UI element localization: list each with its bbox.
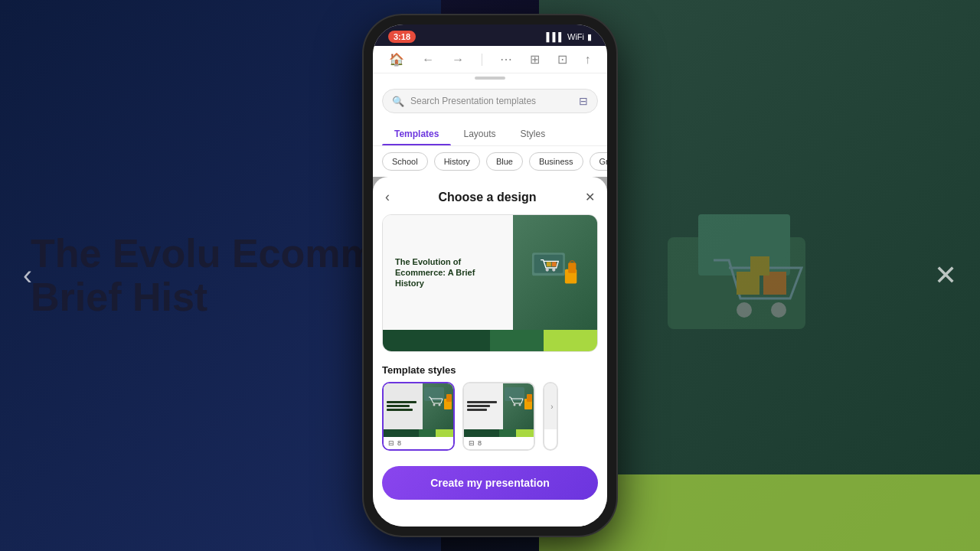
thumb-img-1 [384,383,453,429]
preview-right [513,215,597,330]
thumb-img-left-1 [384,383,423,429]
create-presentation-button[interactable]: Create my presentation [382,466,598,500]
thumb-color-bar-2 [464,429,534,437]
preview-slide-title: The Evolution of Ecommerce: A Brief Hist… [395,256,501,289]
thumb-text-3 [387,409,413,411]
thumb-text-1 [387,401,416,403]
status-time: 3:18 [388,31,416,43]
thumb-color-mid [419,429,436,437]
modal-header: ‹ Choose a design ✕ [373,177,607,214]
tabs-section: Templates Layouts Styles [373,119,607,146]
thumb-footer-2: ⊟ 8 [464,437,534,449]
preview-slide: The Evolution of Ecommerce: A Brief Hist… [383,215,597,330]
modal: ‹ Choose a design ✕ The Evolution of Eco… [373,177,607,527]
home-icon[interactable]: 🏠 [389,52,404,67]
search-bar[interactable]: 🔍 Search Presentation templates ⊟ [382,89,598,113]
thumb-img-right-1 [423,383,453,429]
search-section: 🔍 Search Presentation templates ⊟ [373,83,607,119]
thumb-partial: › [544,383,558,429]
wifi-icon: WiFi [567,32,584,41]
filter-icon[interactable]: ⊟ [579,95,588,107]
fullscreen-icon[interactable]: ⊡ [557,52,567,67]
handle-bar [475,77,505,80]
chip-history[interactable]: History [434,152,480,171]
preview-left: The Evolution of Ecommerce: A Brief Hist… [383,215,513,330]
thumb-badge-icon-1: ⊟ [388,439,394,447]
thumb-text-2 [387,405,410,407]
preview-color-bar [383,330,597,351]
thumb-color-lime [436,429,453,437]
drag-handle [373,73,607,83]
thumb-text-5 [467,405,490,407]
search-icon: 🔍 [392,96,404,107]
menu-icon[interactable]: ⋯ [500,52,512,67]
chip-school[interactable]: School [382,152,428,171]
tab-layouts[interactable]: Layouts [451,122,508,145]
chip-green[interactable]: Green [590,152,607,171]
thumb-more-icon: › [550,403,553,411]
svg-rect-19 [446,394,452,402]
thumb-text-4 [467,401,497,403]
thumb-color-dark [384,429,419,437]
svg-rect-11 [547,262,551,266]
thumb-badge-2: 8 [478,439,482,447]
grid-icon[interactable]: ⊞ [530,52,540,67]
svg-rect-1 [698,214,790,276]
search-placeholder: Search Presentation templates [410,96,573,106]
thumb-text-6 [467,409,487,411]
svg-rect-24 [527,394,532,402]
color-bar-lime [544,330,597,351]
toolbar: 🏠 ← → ⋯ ⊞ ⊡ ↑ [373,46,607,73]
toolbar-divider [482,54,482,66]
thumb-color-bar-1 [384,429,453,437]
modal-title: Choose a design [438,191,536,204]
thumb-color-dark-2 [464,429,499,437]
color-bar-mid [490,330,544,351]
svg-point-22 [519,404,521,406]
tab-styles[interactable]: Styles [508,122,558,145]
thumb-badge-icon-2: ⊟ [469,439,475,447]
thumb-cart-svg-2 [503,383,534,429]
status-icons: ▌▌▌ WiFi ▮ [547,32,592,42]
preview-container: The Evolution of Ecommerce: A Brief Hist… [382,214,598,352]
thumb-img-right-2 [503,383,534,429]
svg-point-17 [439,404,441,406]
svg-rect-6 [750,256,769,276]
modal-close-button[interactable]: ✕ [585,190,595,204]
thumb-img-2 [464,383,534,429]
template-thumb-1[interactable]: ⊟ 8 [382,382,455,451]
nav-arrow-right[interactable]: ✕ [934,259,957,292]
modal-back-button[interactable]: ‹ [385,189,390,205]
svg-point-21 [514,404,516,406]
color-bar-dark [383,330,490,351]
share-icon[interactable]: ↑ [585,53,591,67]
svg-point-3 [771,302,786,318]
thumb-footer-1: ⊟ 8 [384,437,453,449]
svg-rect-14 [568,262,576,273]
modal-overlay: ‹ Choose a design ✕ The Evolution of Eco… [373,177,607,527]
template-thumbs: ⊟ 8 [373,382,607,460]
thumb-img-left-2 [464,383,503,429]
nav-arrow-left[interactable]: ‹ [23,259,32,292]
thumb-badge-1: 8 [397,439,401,447]
phone-wrapper: 3:18 ▌▌▌ WiFi ▮ 🏠 ← → ⋯ ⊞ ⊡ ↑ [364,15,616,536]
battery-icon: ▮ [587,32,592,42]
template-thumb-3[interactable]: › [543,382,558,451]
cart-bg-svg [652,191,867,360]
tab-templates[interactable]: Templates [382,122,451,145]
thumb-color-lime-2 [516,429,534,437]
thumb-color-mid-2 [499,429,517,437]
thumb-cart-svg-1 [423,383,453,429]
chip-business[interactable]: Business [529,152,583,171]
phone-screen: 3:18 ▌▌▌ WiFi ▮ 🏠 ← → ⋯ ⊞ ⊡ ↑ [373,24,607,527]
svg-point-16 [433,404,436,406]
chip-blue[interactable]: Blue [486,152,523,171]
forward-icon[interactable]: → [452,53,464,67]
back-icon[interactable]: ← [422,53,434,67]
chips-section: School History Blue Business Green [373,146,607,177]
signal-icon: ▌▌▌ [547,32,564,41]
svg-point-9 [546,268,549,271]
template-thumb-2[interactable]: ⊟ 8 [462,382,535,451]
cart-preview-svg [528,249,582,295]
svg-point-2 [737,302,752,318]
